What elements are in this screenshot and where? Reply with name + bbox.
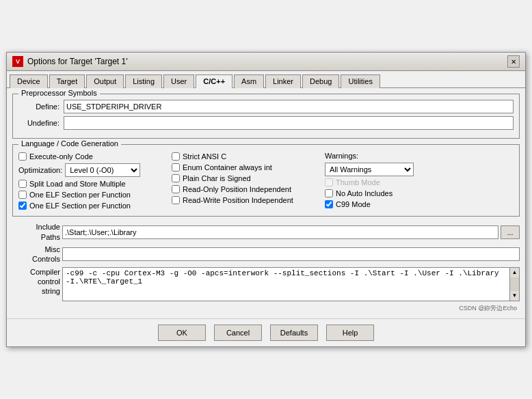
tab-target[interactable]: Target [49, 74, 85, 88]
undefine-label: Undefine: [18, 119, 59, 127]
tab-debug[interactable]: Debug [302, 74, 339, 88]
enum-container-row: Enum Container always int [172, 163, 322, 172]
strict-ansi-row: Strict ANSI C [172, 152, 322, 161]
thumb-mode-row: Thumb Mode [325, 178, 448, 187]
watermark: CSDN @妳旁边Echo [12, 304, 520, 313]
button-bar: OK Cancel Defaults Help [7, 318, 525, 346]
execute-only-row: Execute-only Code [18, 152, 169, 161]
main-window: V Options for Target 'Target 1' ✕ Device… [6, 52, 526, 346]
scroll-track [510, 277, 519, 291]
thumb-mode-checkbox[interactable] [325, 178, 333, 187]
no-auto-includes-row: No Auto Includes [325, 189, 448, 198]
include-paths-input[interactable] [62, 225, 498, 239]
tab-listing[interactable]: Listing [125, 74, 162, 88]
app-icon: V [12, 56, 23, 67]
plain-char-label: Plain Char is Signed [183, 174, 251, 182]
language-group-label: Language / Code Generation [18, 139, 121, 148]
include-paths-row: IncludePaths ... [12, 222, 520, 242]
tab-device[interactable]: Device [10, 74, 48, 88]
rw-position-label: Read-Write Position Independent [183, 196, 293, 204]
enum-container-label: Enum Container always int [183, 163, 272, 171]
no-auto-includes-checkbox[interactable] [325, 189, 333, 197]
split-load-label: One ELF Section per Function [29, 191, 131, 199]
ro-position-label: Read-Only Position Independent [183, 185, 291, 193]
one-elf-checkbox[interactable] [18, 202, 27, 210]
c99-mode-label: C99 Mode [336, 200, 371, 208]
misc-controls-input[interactable] [62, 247, 520, 261]
compiler-control-wrapper: -c99 -c -cpu Cortex-M3 -g -O0 -apcs=inte… [62, 267, 520, 301]
content-area: Preprocessor Symbols Define: Undefine: L… [7, 88, 525, 318]
rw-position-checkbox[interactable] [172, 196, 180, 204]
tab-bar: Device Target Output Listing User C/C++ … [7, 71, 525, 88]
tab-cpp[interactable]: C/C++ [196, 74, 232, 88]
optimize-time-row: Split Load and Store Multiple [18, 179, 169, 189]
optimize-time-label: Split Load and Store Multiple [29, 180, 126, 188]
misc-controls-row: MiscControls [12, 245, 520, 264]
warnings-select[interactable]: All Warnings No Warnings [325, 163, 414, 176]
preprocessor-group-label: Preprocessor Symbols [18, 89, 100, 97]
split-load-row: One ELF Section per Function [18, 190, 169, 200]
tab-utilities[interactable]: Utilities [341, 74, 380, 88]
tab-output[interactable]: Output [86, 74, 124, 88]
col3: Warnings: All Warnings No Warnings Thumb… [325, 152, 448, 210]
split-load-checkbox[interactable] [18, 191, 27, 199]
ok-button[interactable]: OK [158, 325, 206, 341]
optimization-label: Optimization: [18, 166, 62, 174]
include-paths-label: IncludePaths [12, 222, 60, 242]
c99-mode-row: C99 Mode [325, 200, 448, 209]
close-button[interactable]: ✕ [507, 55, 520, 68]
ro-position-checkbox[interactable] [172, 185, 180, 193]
misc-controls-label: MiscControls [12, 245, 60, 264]
define-row: Define: [18, 100, 514, 113]
define-input[interactable] [64, 100, 514, 113]
strict-ansi-label: Strict ANSI C [183, 152, 226, 161]
c99-mode-checkbox[interactable] [325, 200, 333, 208]
strict-ansi-checkbox[interactable] [172, 152, 180, 161]
compiler-control-display: -c99 -c -cpu Cortex-M3 -g -O0 -apcs=inte… [62, 267, 510, 301]
compiler-control-row: Compilercontrolstring -c99 -c -cpu Corte… [12, 267, 520, 301]
tab-user[interactable]: User [163, 74, 194, 88]
scroll-down-button[interactable]: ▼ [510, 291, 519, 301]
execute-only-checkbox[interactable] [18, 152, 27, 161]
window-title: Options for Target 'Target 1' [27, 57, 127, 66]
language-group: Language / Code Generation Execute-only … [12, 144, 520, 217]
rw-position-row: Read-Write Position Independent [172, 195, 322, 205]
col1: Execute-only Code Optimization: Level 0 … [18, 152, 169, 210]
include-paths-browse-button[interactable]: ... [501, 225, 520, 239]
scroll-up-button[interactable]: ▲ [510, 268, 519, 277]
execute-only-label: Execute-only Code [29, 152, 93, 161]
thumb-mode-label: Thumb Mode [336, 178, 380, 187]
ro-position-row: Read-Only Position Independent [172, 184, 322, 194]
enum-container-checkbox[interactable] [172, 163, 180, 171]
compiler-scrollbar: ▲ ▼ [510, 267, 520, 301]
col2: Strict ANSI C Enum Container always int … [172, 152, 322, 210]
tab-asm[interactable]: Asm [234, 74, 264, 88]
optimize-time-checkbox[interactable] [18, 180, 27, 188]
defaults-button[interactable]: Defaults [270, 325, 318, 341]
undefine-input[interactable] [64, 116, 514, 130]
one-elf-label: One ELF Section per Function [29, 202, 131, 210]
define-label: Define: [18, 102, 59, 111]
warnings-label: Warnings: [325, 152, 448, 160]
preprocessor-group: Preprocessor Symbols Define: Undefine: [12, 94, 520, 139]
optimization-select[interactable]: Level 0 (-O0) Level 1 (-O1) Level 2 (-O2… [65, 163, 140, 177]
compiler-control-label: Compilercontrolstring [12, 267, 60, 297]
help-button[interactable]: Help [326, 325, 374, 341]
no-auto-includes-label: No Auto Includes [336, 189, 393, 197]
tab-linker[interactable]: Linker [265, 74, 301, 88]
cancel-button[interactable]: Cancel [214, 325, 262, 341]
one-elf-row: One ELF Section per Function [18, 201, 169, 210]
undefine-row: Undefine: [18, 116, 514, 130]
plain-char-checkbox[interactable] [172, 174, 180, 182]
optimization-row: Optimization: Level 0 (-O0) Level 1 (-O1… [18, 163, 169, 178]
plain-char-row: Plain Char is Signed [172, 174, 322, 183]
title-bar: V Options for Target 'Target 1' ✕ [7, 53, 525, 71]
